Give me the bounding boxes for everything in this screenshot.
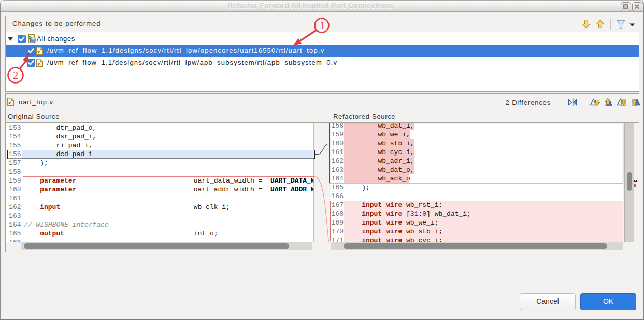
svg-text:2: 2 xyxy=(13,69,18,81)
svg-text:1: 1 xyxy=(320,20,325,31)
